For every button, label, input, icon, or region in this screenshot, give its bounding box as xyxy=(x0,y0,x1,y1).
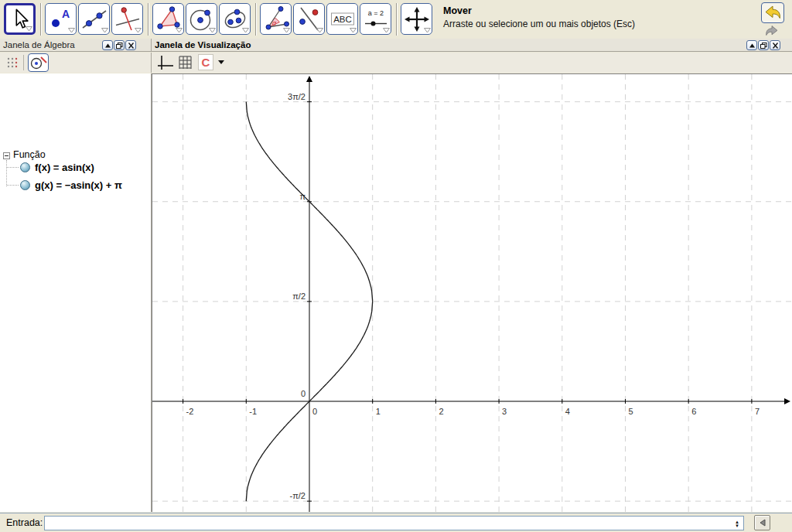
dropdown-triangle-icon xyxy=(316,28,323,33)
point-capturing-magnet-icon: C xyxy=(202,56,210,69)
graphics-view[interactable]: -2-1012345673π/2ππ/20-π/2 xyxy=(152,73,792,512)
point-capturing-button[interactable]: C xyxy=(198,54,213,70)
toggle-axes-button[interactable] xyxy=(156,54,175,71)
x-tick-label: 0 xyxy=(312,407,317,416)
dropdown-triangle-icon xyxy=(135,28,142,33)
tool-move-graphics-view-button[interactable] xyxy=(401,3,432,35)
dropdown-caret-icon xyxy=(218,60,224,64)
tool-line-button[interactable] xyxy=(78,3,110,35)
tool-text-button[interactable]: ABC xyxy=(326,3,358,35)
x-tick-label: -2 xyxy=(186,407,194,416)
toggle-grid-button[interactable] xyxy=(176,54,195,71)
algebra-item-f[interactable]: f(x) = asin(x) xyxy=(35,162,94,173)
graph-canvas[interactable]: -2-1012345673π/2ππ/20-π/2 xyxy=(152,74,792,512)
input-bar: Entrada: ▴ ▾ xyxy=(0,513,792,532)
algebra-window-controls xyxy=(101,40,136,50)
algebra-view[interactable]: Função f(x) = asin(x) g(x) = −asin(x) + … xyxy=(0,73,152,512)
visibility-marble-g[interactable] xyxy=(20,180,30,190)
tool-move-button[interactable] xyxy=(4,3,36,35)
left-triangle-icon xyxy=(758,518,767,527)
x-tick-label: -1 xyxy=(249,407,257,416)
graphics-window-title: Janela de Visualização xyxy=(155,40,251,49)
dropdown-triangle-icon xyxy=(350,28,357,33)
graphics-restore-button[interactable] xyxy=(758,40,769,50)
spinner-down-icon: ▾ xyxy=(736,523,739,527)
grid-icon xyxy=(178,55,193,70)
main-toolbar: A xyxy=(0,0,792,39)
graphics-stylebar: C xyxy=(152,53,792,73)
undo-button[interactable] xyxy=(761,2,784,23)
x-tick-label: 6 xyxy=(691,407,696,416)
x-tick-label: 7 xyxy=(755,407,760,416)
auxiliary-objects-toggle[interactable] xyxy=(28,53,49,72)
graphics-minimize-button[interactable] xyxy=(746,40,757,50)
redo-arrow-icon xyxy=(763,25,780,38)
x-tick-label: 3 xyxy=(502,407,507,416)
axes-icon xyxy=(157,54,174,71)
y-axis-arrow xyxy=(306,76,312,82)
tool-polygon-button[interactable] xyxy=(152,3,184,35)
tool-angle-button[interactable]: α xyxy=(260,3,292,35)
dropdown-triangle-icon xyxy=(283,28,290,33)
point-capturing-dropdown[interactable] xyxy=(217,54,226,70)
command-input[interactable] xyxy=(45,517,731,529)
tool-slider-button[interactable]: a = 2 xyxy=(360,3,391,35)
algebra-close-button[interactable] xyxy=(125,40,136,50)
tool-perpendicular-line-button[interactable] xyxy=(111,3,143,35)
tree-root-label[interactable]: Função xyxy=(13,149,46,160)
dropdown-triangle-icon xyxy=(176,28,183,33)
x-tick-label: 2 xyxy=(439,407,443,416)
close-icon xyxy=(127,42,135,49)
tool-reflect-button[interactable] xyxy=(293,3,325,35)
svg-text:α: α xyxy=(272,19,277,27)
command-input-wrap[interactable]: ▴ ▾ xyxy=(44,516,744,530)
tool-circle-button[interactable] xyxy=(186,3,217,35)
minimize-icon xyxy=(748,42,756,49)
toolbar-separator xyxy=(40,3,42,36)
dropdown-triangle-icon xyxy=(209,28,216,33)
tool-ellipse-button[interactable] xyxy=(219,3,251,35)
algebra-minimize-button[interactable] xyxy=(102,40,113,50)
tree-connector xyxy=(7,167,19,168)
dropdown-triangle-icon xyxy=(101,28,108,33)
svg-text:a = 2: a = 2 xyxy=(367,9,383,16)
algebra-window-header: Janela de Álgebra xyxy=(0,39,152,52)
algebra-restore-button[interactable] xyxy=(114,40,125,50)
tool-help-subtitle: Arraste ou selecione um ou mais objetos … xyxy=(443,19,635,29)
visibility-marble-f[interactable] xyxy=(20,162,30,172)
toolbar-separator xyxy=(148,3,149,36)
algebra-item-g[interactable]: g(x) = −asin(x) + π xyxy=(35,179,122,191)
stylebar-separator xyxy=(23,55,24,70)
panel-drag-handle-icon[interactable] xyxy=(6,56,19,69)
toolbar-separator xyxy=(255,3,257,36)
tool-point-button[interactable]: A xyxy=(45,3,77,35)
y-tick-label: π/2 xyxy=(292,292,306,301)
close-icon xyxy=(771,42,780,49)
restore-icon xyxy=(115,42,124,49)
dropdown-triangle-icon xyxy=(68,28,75,33)
x-axis-arrow xyxy=(784,398,790,404)
tool-help-title: Mover xyxy=(443,5,635,16)
algebra-stylebar xyxy=(0,53,152,73)
y-tick-label: 0 xyxy=(301,389,306,398)
graphics-window-header: Janela de Visualização xyxy=(152,39,792,52)
dropdown-triangle-icon xyxy=(383,28,390,33)
restore-icon xyxy=(760,42,768,49)
x-tick-label: 1 xyxy=(376,407,381,416)
input-history-spinner[interactable]: ▴ ▾ xyxy=(731,520,743,527)
algebra-window-title: Janela de Álgebra xyxy=(3,40,75,49)
x-tick-label: 5 xyxy=(629,407,633,416)
x-tick-label: 4 xyxy=(565,407,570,416)
input-help-toggle-button[interactable] xyxy=(754,515,770,530)
tree-connector xyxy=(6,160,7,186)
minimize-icon xyxy=(104,42,112,49)
redo-button[interactable] xyxy=(763,25,781,38)
undo-arrow-icon xyxy=(763,5,782,22)
tree-collapse-toggle[interactable] xyxy=(3,152,10,159)
dropdown-triangle-icon xyxy=(26,26,32,32)
input-label: Entrada: xyxy=(6,513,43,532)
graphics-close-button[interactable] xyxy=(770,40,780,50)
tool-help-text: Mover Arraste ou selecione um ou mais ob… xyxy=(443,3,635,29)
y-tick-label: 3π/2 xyxy=(288,92,306,101)
dropdown-triangle-icon xyxy=(242,28,249,33)
